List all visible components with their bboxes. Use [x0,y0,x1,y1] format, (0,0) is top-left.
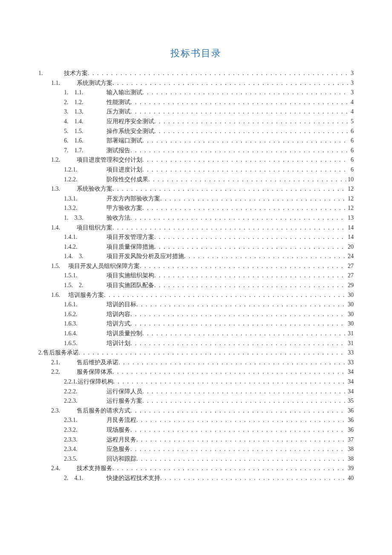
toc-entry: 2. 1.2.性能测试4 [38,99,354,106]
toc-entry-title: 快捷的远程技术支持 [107,475,160,482]
toc-entry-page: 12 [346,186,354,192]
toc-entry-title: 操作系统安全测试 [107,128,154,135]
toc-entry-title: 项目组织方案 [77,224,112,231]
toc-entry-title: 应急服务 [107,446,130,453]
toc-entry: 1.4.1.项目开发管理方案14 [38,234,354,241]
toc-entry: 2.3.2.现场服务36 [38,427,354,433]
toc-entry: 1.6.1.培训的目标30 [38,301,354,308]
toc-leader-dots [154,128,349,135]
toc-entry-title: 运行保障机构 [78,378,113,385]
toc-entry-title: 技术方案 [64,70,88,77]
toc-entry-page: 13 [346,215,354,221]
toc-entry: 2.1.售后维护及承诺 33 [38,359,354,366]
toc-entry-title: 甲方验收方案 [107,205,142,212]
toc-entry-page: 33 [346,359,354,366]
page-title: 投标书目录 [38,47,354,60]
toc-entry-number: 1.2.1. [64,166,107,173]
toc-entry-title: 输入输出测试 [107,89,142,96]
toc-entry-page: 24 [346,253,354,260]
toc-leader-dots [184,253,346,260]
toc-entry-title: 培训质量控制 [107,330,142,337]
toc-entry-title: 现场服务 [107,427,130,433]
toc-entry-number: 2.3.2. [64,427,107,433]
toc-leader-dots [160,475,346,482]
toc-entry-number: 2. 1.2. [64,99,107,106]
toc-entry: 5. 1.5.操作系统安全测试6 [38,128,354,135]
toc-entry: 4. 1.4.应用程序安全测试5 [38,118,354,125]
toc-entry-title: 项目进度管理和交付计划 [77,157,142,163]
toc-entry-title: 项目开发人员组织保障方案 [68,263,140,270]
toc-leader-dots [130,320,346,327]
toc-entry-page: 14 [346,224,354,231]
toc-leader-dots [148,176,346,183]
toc-leader-dots [112,80,349,87]
toc-entry-number: 2.3.4. [64,446,107,453]
toc-entry-number: 5. 1.5. [64,128,107,135]
toc-leader-dots [130,311,346,318]
toc-entry-page: 29 [346,282,354,289]
toc-entry-title: 压力测试 [107,108,130,115]
toc-leader-dots [136,417,346,424]
toc-entry: 2.2.2.运行保障人员34 [38,388,354,395]
toc-entry-title: 远程月艮务 [107,436,136,443]
toc-entry-number: 3. 1.3, [64,108,107,115]
toc-entry: 2.3.4.应急服务38 [38,446,354,453]
toc-entry-title: 阶段性交付成果 [107,176,148,183]
toc-entry-title: 验收方法 [107,215,130,221]
toc-entry-title: 项目质量保障措施 [107,244,154,250]
toc-entry: 1.5. 2.项目实施团队配备29 [38,282,354,289]
toc-entry: 2.3.5.回访和跟踪38 [38,456,354,462]
toc-entry-title: 开发方内部验收方案 [107,195,160,202]
toc-entry-number: 1.2.2. [64,176,107,183]
toc-entry-title: 项目开发风险分析及应对措施 [107,253,184,260]
toc-entry-page: 40 [346,475,354,482]
toc-entry-number: 1.6.2. [64,311,107,318]
toc-entry: 1.2.项目进度管理和交付计划6 [38,157,354,163]
document-page: 投标书目录 1.技术方案31.1.系统测试方案31. 1.1.输入输出测试32.… [0,0,392,555]
toc-entry-page: 36 [346,417,354,424]
toc-entry-number: 2. 4.1. [64,475,107,482]
toc-entry-page: 34 [346,369,354,375]
table-of-contents: 1.技术方案31.1.系统测试方案31. 1.1.输入输出测试32. 1.2.性… [38,70,354,482]
toc-leader-dots [142,330,346,337]
toc-leader-dots [142,398,346,404]
toc-entry: 2.3.1.月艮务流程36 [38,417,354,424]
toc-leader-dots [160,195,346,202]
toc-entry-page: 33 [346,349,354,356]
toc-entry-number: 2.1. [51,359,77,366]
toc-entry-page: 12 [346,205,354,212]
toc-leader-dots [136,456,346,462]
toc-entry-page: 20 [346,244,354,250]
toc-entry-number: 1.5.1. [64,272,107,279]
toc-entry-number: 1.6.1. [64,301,107,308]
toc-leader-dots [130,407,346,414]
toc-leader-dots [130,108,349,115]
toc-leader-dots [140,263,346,270]
toc-entry-title: 培训计划 [107,340,130,347]
toc-entry-page: 3 [349,70,354,77]
toc-leader-dots [130,340,346,347]
toc-entry-page: 27 [346,263,354,270]
toc-entry-number: 2.3.5. [64,456,107,462]
toc-entry: 1. 3.3.验收方法13 [38,215,354,221]
toc-entry: 1.2.1.项目进度计划6 [38,166,354,173]
toc-leader-dots [142,137,349,144]
toc-entry: 1. 1.1.输入输出测试3 [38,89,354,96]
toc-entry-number: 1.3. [51,186,77,192]
toc-entry-number: 2.2.1. [64,378,78,385]
toc-entry-page: 31 [346,340,354,347]
toc-leader-dots [118,359,346,366]
toc-entry-title: 部署端口测试 [107,137,142,144]
toc-entry: 1.2.2.阶段性交付成果10 [38,176,354,183]
toc-entry: 1.6.2.培训内容30 [38,311,354,318]
toc-entry: 1.5.1.项目实施组织架构27 [38,272,354,279]
toc-entry: 1.6.培训服务方案30 [38,292,354,299]
toc-entry-number: 1.5. 2. [64,282,107,289]
toc-entry-number: 2.2.2. [64,388,107,395]
toc-leader-dots [154,118,349,125]
toc-entry: 1.3.2.甲方验收方案12 [38,205,354,212]
toc-leader-dots [142,166,349,173]
toc-entry: 2.售后服务承诺33 [38,349,354,356]
toc-entry-number: 1.6. [51,292,68,299]
toc-entry-page: 38 [346,456,354,462]
